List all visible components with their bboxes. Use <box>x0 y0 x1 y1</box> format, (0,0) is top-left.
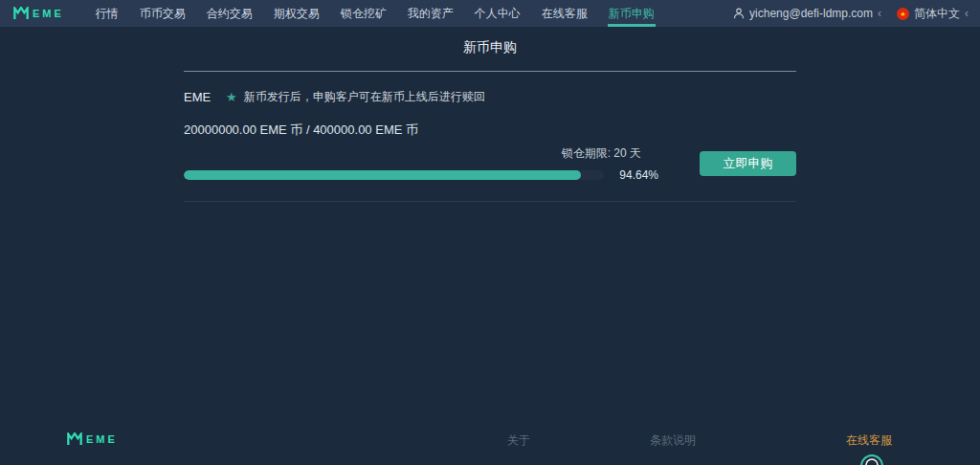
footer-logo[interactable]: EME <box>67 432 118 446</box>
user-account-menu[interactable]: yicheng@defi-ldmp.com ‹ <box>733 7 881 20</box>
footer-about-heading: 关于 <box>507 432 553 449</box>
nav-item-market[interactable]: 行情 <box>85 0 129 27</box>
nav-item-options-trade[interactable]: 期权交易 <box>263 0 330 27</box>
china-flag-icon: ★ <box>897 8 909 20</box>
page-footer: EME 关于 法律声明 条款说明 用户协议 在线客服 <box>0 425 980 465</box>
language-selector[interactable]: ★ 简体中文 ‹ <box>897 6 969 22</box>
footer-terms-column: 条款说明 用户协议 <box>650 432 696 465</box>
chevron-icon: ‹ <box>965 7 969 20</box>
subscription-card: EME ★ 新币发行后，申购客户可在新币上线后进行赎回 20000000.00 … <box>184 72 796 202</box>
nav-item-spot-trade[interactable]: 币币交易 <box>129 0 196 27</box>
user-icon <box>733 8 745 19</box>
coin-row: EME ★ 新币发行后，申购客户可在新币上线后进行赎回 <box>184 89 796 105</box>
top-navbar: EME 行情 币币交易 合约交易 期权交易 锁仓挖矿 我的资产 个人中心 在线客… <box>0 0 980 27</box>
nav-right-group: yicheng@defi-ldmp.com ‹ ★ 简体中文 ‹ <box>733 0 980 27</box>
subscription-amounts: 20000000.00 EME 币 / 400000.00 EME 币 <box>184 122 796 139</box>
main-container: 新币申购 EME ★ 新币发行后，申购客户可在新币上线后进行赎回 2000000… <box>184 27 796 202</box>
user-email: yicheng@defi-ldmp.com <box>749 7 873 20</box>
star-icon: ★ <box>226 90 237 104</box>
page-title: 新币申购 <box>184 39 796 56</box>
coin-name: EME <box>184 90 226 104</box>
headset-icon[interactable] <box>859 454 884 465</box>
progress-fill <box>184 170 581 180</box>
progress-row: 锁仓期限: 20 天 94.64% 立即申购 <box>184 145 796 182</box>
subscribe-now-button[interactable]: 立即申购 <box>700 151 796 176</box>
progress-bar-line: 94.64% <box>184 168 658 182</box>
subscription-notice: 新币发行后，申购客户可在新币上线后进行赎回 <box>244 89 485 105</box>
page-title-bar: 新币申购 <box>184 27 796 72</box>
lock-period-label: 锁仓期限: 20 天 <box>184 145 658 162</box>
logo-m-icon <box>67 432 82 446</box>
footer-support: 在线客服 <box>846 432 892 449</box>
nav-item-my-assets[interactable]: 我的资产 <box>397 0 464 27</box>
brand-logo[interactable]: EME <box>13 0 64 27</box>
chevron-icon: ‹ <box>878 7 881 20</box>
language-label: 简体中文 <box>914 6 960 22</box>
nav-item-personal-center[interactable]: 个人中心 <box>464 0 531 27</box>
footer-about-column: 关于 法律声明 <box>507 432 553 465</box>
logo-m-icon <box>13 7 29 20</box>
progress-percent: 94.64% <box>616 168 658 182</box>
footer-logo-text: EME <box>86 433 118 445</box>
footer-terms-heading: 条款说明 <box>650 432 696 449</box>
online-support-link[interactable]: 在线客服 <box>846 432 892 449</box>
nav-item-new-coin-subscription[interactable]: 新币申购 <box>598 0 665 27</box>
nav-item-lock-mining[interactable]: 锁仓挖矿 <box>330 0 397 27</box>
nav-item-contract-trade[interactable]: 合约交易 <box>196 0 263 27</box>
nav-item-online-support[interactable]: 在线客服 <box>531 0 598 27</box>
progress-block: 锁仓期限: 20 天 94.64% <box>184 145 658 182</box>
progress-track <box>184 170 604 180</box>
logo-text: EME <box>33 8 64 19</box>
nav-menu: 行情 币币交易 合约交易 期权交易 锁仓挖矿 我的资产 个人中心 在线客服 新币… <box>85 0 665 27</box>
